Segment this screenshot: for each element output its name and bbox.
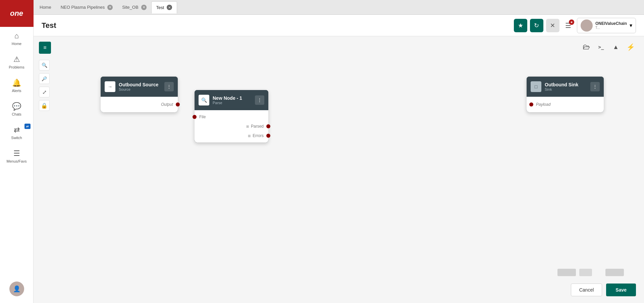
source-node-body: Output bbox=[101, 97, 178, 112]
zoom-in-button[interactable]: 🔍 bbox=[39, 60, 50, 71]
parse-parsed-dot bbox=[266, 124, 270, 128]
source-output-label: Output bbox=[161, 102, 173, 107]
tab-site-ob-label: Site_OB bbox=[122, 5, 138, 10]
folder-icon: 🗁 bbox=[583, 43, 590, 51]
warning-icon: ⚠ bbox=[13, 55, 20, 64]
tab-test[interactable]: Test ✕ bbox=[151, 1, 177, 13]
sink-node-subtitle: Sink bbox=[545, 87, 587, 91]
deploy-button[interactable]: ▲ bbox=[610, 42, 621, 52]
deploy-icon: ▲ bbox=[613, 44, 619, 51]
run-button[interactable]: ⚡ bbox=[625, 42, 636, 52]
sidebar-avatar[interactable]: 👤 bbox=[0, 278, 33, 300]
app-logo[interactable]: one bbox=[0, 0, 34, 27]
source-node-subtitle: Source bbox=[119, 87, 161, 91]
tab-test-close[interactable]: ✕ bbox=[167, 5, 172, 10]
parse-node-subtitle: Parse bbox=[213, 101, 252, 105]
canvas-zoom-toolbar: 🔍 🔎 ⤢ 🔒 bbox=[39, 60, 50, 111]
source-node-title: Outbound Source bbox=[119, 82, 161, 87]
close-button[interactable]: ✕ bbox=[546, 19, 559, 32]
sink-node-body: Payload bbox=[527, 97, 604, 112]
parse-errors-dot bbox=[266, 134, 270, 138]
source-title-area: Outbound Source Source bbox=[119, 82, 161, 91]
refresh-button[interactable]: ↻ bbox=[530, 19, 543, 32]
save-button[interactable]: Save bbox=[606, 284, 636, 296]
tab-site-ob-close[interactable]: ✕ bbox=[141, 5, 147, 10]
notification-badge: ★ bbox=[569, 19, 574, 25]
canvas-toolbar: ≡ bbox=[39, 42, 51, 54]
fit-icon: ⤢ bbox=[42, 89, 47, 95]
terminal-button[interactable]: >_ bbox=[596, 42, 606, 52]
parse-node-menu[interactable]: ⋮ bbox=[255, 95, 264, 105]
outbound-source-header: → Outbound Source Source ⋮ bbox=[101, 77, 178, 97]
source-node-menu[interactable]: ⋮ bbox=[164, 82, 174, 91]
zoom-out-button[interactable]: 🔎 bbox=[39, 73, 50, 84]
sink-node-menu[interactable]: ⋮ bbox=[590, 82, 600, 91]
zoom-in-icon: 🔍 bbox=[42, 62, 47, 68]
list-icon: ≡ bbox=[43, 45, 46, 51]
user-avatar bbox=[581, 19, 593, 32]
home-icon: ⌂ bbox=[14, 32, 19, 40]
tab-home-label: Home bbox=[40, 5, 51, 10]
node-list-button[interactable]: ≡ bbox=[39, 42, 51, 54]
sink-node-header: □ Outbound Sink Sink ⋮ bbox=[527, 77, 604, 97]
mini-node-2 bbox=[579, 269, 592, 276]
run-icon: ⚡ bbox=[627, 43, 635, 51]
chevron-down-icon: ▾ bbox=[630, 22, 632, 29]
star-button[interactable]: ★ bbox=[514, 19, 527, 32]
zoom-out-icon: 🔎 bbox=[42, 76, 47, 81]
sidebar-item-label: Switch bbox=[11, 136, 22, 140]
parse-file-dot bbox=[193, 115, 197, 119]
parse-errors-port: ⊞ Errors bbox=[199, 132, 264, 140]
user-dropdown[interactable]: ONEIValueChain T... ▾ bbox=[577, 18, 636, 33]
tab-neo-plasma[interactable]: NEO Plasma Pipelines ✕ bbox=[56, 1, 118, 13]
tab-test-label: Test bbox=[156, 5, 164, 10]
parse-file-label: File bbox=[199, 115, 206, 119]
user-info: ONEIValueChain T... bbox=[595, 21, 627, 30]
source-output-port: Output bbox=[105, 100, 173, 109]
tab-site-ob[interactable]: Site_OB ✕ bbox=[117, 1, 151, 13]
sidebar-item-label: Chats bbox=[12, 112, 21, 116]
sidebar-item-home[interactable]: ⌂ Home bbox=[0, 27, 33, 50]
chat-icon: 💬 bbox=[12, 102, 21, 111]
parse-title-area: New Node - 1 Parse bbox=[213, 95, 252, 105]
pipeline-canvas[interactable]: ≡ 🗁 >_ ▲ ⚡ 🔍 🔎 bbox=[34, 36, 644, 303]
parse-node-title: New Node - 1 bbox=[213, 95, 252, 101]
grid-icon-parsed: ⊞ bbox=[246, 125, 249, 128]
cancel-button[interactable]: Cancel bbox=[571, 284, 602, 296]
header-menu-button[interactable]: ☰ ★ bbox=[562, 19, 574, 32]
sidebar-item-problems[interactable]: ⚠ Problems bbox=[0, 50, 33, 74]
parse-parsed-port: ⊞ Parsed bbox=[199, 122, 264, 130]
terminal-icon: >_ bbox=[598, 44, 604, 50]
parse-errors-label: Errors bbox=[253, 133, 264, 138]
user-name: ONEIValueChain bbox=[595, 21, 627, 26]
mini-node-3 bbox=[605, 269, 624, 276]
lock-button[interactable]: 🔒 bbox=[39, 100, 50, 111]
sink-payload-label: Payload bbox=[536, 102, 550, 107]
sink-payload-dot bbox=[529, 102, 533, 106]
parse-node: 🔍 New Node - 1 Parse ⋮ File ⊞ Parsed bbox=[195, 90, 268, 142]
mini-nodes bbox=[557, 269, 624, 276]
grid-icon-errors: ⊞ bbox=[248, 134, 251, 138]
source-node-icon: → bbox=[105, 81, 115, 92]
sidebar-item-label: Alerts bbox=[12, 89, 21, 93]
fit-button[interactable]: ⤢ bbox=[39, 87, 50, 97]
sidebar-item-menus[interactable]: ☰ Menus/Favs bbox=[0, 144, 33, 168]
folder-button[interactable]: 🗁 bbox=[581, 42, 592, 52]
sidebar-item-alerts[interactable]: 🔔 Alerts bbox=[0, 74, 33, 97]
switch-icon: ⇄ bbox=[14, 126, 20, 134]
tab-neo-plasma-label: NEO Plasma Pipelines bbox=[61, 5, 105, 10]
sidebar-item-switch[interactable]: ⇄ Switch ⇄ bbox=[0, 121, 33, 144]
tab-neo-plasma-close[interactable]: ✕ bbox=[107, 5, 113, 10]
sidebar-item-chats[interactable]: 💬 Chats bbox=[0, 97, 33, 121]
user-sub: T... bbox=[595, 26, 627, 30]
bottom-action-bar: Cancel Save bbox=[571, 284, 636, 296]
source-output-dot bbox=[176, 102, 180, 106]
tab-home[interactable]: Home bbox=[35, 1, 56, 13]
parse-node-header: 🔍 New Node - 1 Parse ⋮ bbox=[195, 90, 268, 110]
lock-icon: 🔒 bbox=[41, 102, 48, 109]
header-actions: ★ ↻ ✕ ☰ ★ ONEIValueChain T... ▾ bbox=[514, 18, 636, 33]
sidebar-bottom: 👤 bbox=[0, 278, 33, 303]
canvas-right-toolbar: 🗁 >_ ▲ ⚡ bbox=[581, 42, 636, 52]
outbound-source-node: → Outbound Source Source ⋮ Output bbox=[101, 77, 178, 112]
sink-node-title: Outbound Sink bbox=[545, 82, 587, 87]
